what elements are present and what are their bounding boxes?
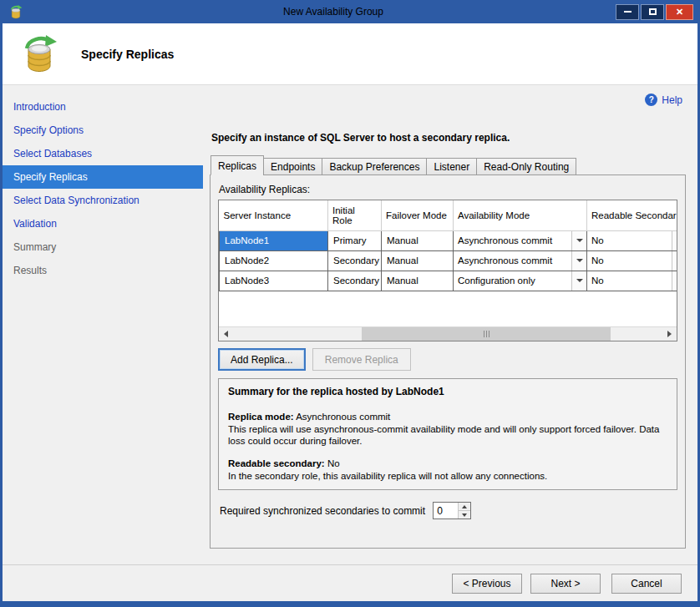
window-title: New Availability Group: [69, 6, 597, 18]
dropdown-button[interactable]: [672, 231, 677, 250]
scrollbar-track[interactable]: [233, 327, 662, 341]
scroll-right-button[interactable]: [662, 327, 677, 341]
cell-readable-secondary: No: [587, 271, 678, 291]
column-header-server-instance[interactable]: Server Instance: [220, 200, 328, 230]
dropdown-value: No: [587, 231, 672, 250]
readable-secondary-dropdown[interactable]: No: [587, 251, 677, 271]
scrollbar-grip: [489, 331, 489, 337]
tab-backup-preferences[interactable]: Backup Preferences: [322, 158, 427, 175]
table-row: LabNode1 Primary Manual Asynchronous com…: [220, 230, 678, 250]
chevron-down-icon: [576, 279, 583, 282]
scroll-right-icon: [667, 331, 672, 337]
availability-mode-dropdown[interactable]: Asynchronous commit: [454, 231, 586, 250]
maximize-button[interactable]: [641, 4, 664, 20]
cell-server-instance[interactable]: LabNode3: [220, 271, 328, 291]
dropdown-value: No: [587, 251, 672, 271]
cell-availability-mode: Configuration only: [454, 271, 587, 291]
cancel-button[interactable]: Cancel: [611, 574, 682, 594]
cell-readable-secondary: No: [587, 230, 678, 250]
next-button[interactable]: Next >: [530, 574, 601, 594]
dropdown-button[interactable]: [571, 271, 586, 291]
readable-secondary-description: In the secondary role, this availability…: [228, 470, 667, 483]
wizard-steps-sidebar: Introduction Specify Options Select Data…: [3, 85, 203, 564]
help-link[interactable]: ? Help: [645, 94, 682, 106]
sidebar-item-specify-options[interactable]: Specify Options: [3, 119, 203, 142]
cell-availability-mode: Asynchronous commit: [454, 250, 587, 271]
sidebar-item-results: Results: [3, 259, 203, 282]
app-icon: [8, 5, 23, 19]
required-secondaries-input[interactable]: [434, 503, 458, 518]
previous-button[interactable]: < Previous: [452, 574, 522, 594]
sidebar-item-select-databases[interactable]: Select Databases: [3, 142, 203, 165]
spinner-buttons: [458, 503, 470, 518]
cell-server-instance[interactable]: LabNode1: [220, 230, 328, 250]
availability-mode-dropdown[interactable]: Asynchronous commit: [454, 251, 586, 271]
summary-title: Summary for the replica hosted by LabNod…: [228, 386, 667, 399]
cell-failover-mode[interactable]: Manual: [382, 250, 454, 271]
replica-mode-value: Asynchronous commit: [296, 412, 390, 422]
spin-down-icon: [462, 513, 467, 517]
availability-mode-dropdown[interactable]: Configuration only: [454, 271, 586, 291]
availability-group-database-icon: [19, 35, 59, 73]
replica-summary-panel: Summary for the replica hosted by LabNod…: [218, 378, 677, 490]
cell-failover-mode[interactable]: Manual: [382, 230, 454, 250]
tab-read-only-routing[interactable]: Read-Only Routing: [476, 158, 576, 175]
close-button[interactable]: ✕: [666, 4, 693, 20]
sidebar-item-select-data-synchronization[interactable]: Select Data Synchronization: [3, 189, 203, 212]
titlebar: New Availability Group ✕: [3, 0, 697, 23]
dropdown-button[interactable]: [571, 251, 586, 271]
scroll-left-icon: [224, 331, 228, 337]
dropdown-value: Asynchronous commit: [454, 231, 571, 250]
dropdown-value: No: [587, 271, 672, 291]
availability-replicas-label: Availability Replicas:: [219, 184, 677, 195]
spin-up-button[interactable]: [459, 503, 470, 511]
column-header-readable-secondary[interactable]: Readable Secondar: [587, 200, 678, 230]
spin-down-button[interactable]: [459, 511, 470, 518]
column-header-failover-mode[interactable]: Failover Mode: [382, 200, 454, 230]
sidebar-item-validation[interactable]: Validation: [3, 212, 203, 235]
dropdown-value: Configuration only: [454, 271, 571, 291]
cell-initial-role[interactable]: Secondary: [328, 271, 382, 291]
table-row: LabNode2 Secondary Manual Asynchronous c…: [220, 250, 678, 271]
column-header-availability-mode[interactable]: Availability Mode: [454, 200, 587, 230]
scrollbar-thumb[interactable]: [362, 327, 611, 341]
horizontal-scrollbar[interactable]: [219, 326, 677, 341]
dropdown-button[interactable]: [672, 251, 677, 271]
minimize-button[interactable]: [616, 4, 639, 20]
dropdown-button[interactable]: [672, 271, 677, 291]
readable-secondary-dropdown[interactable]: No: [587, 271, 677, 291]
help-label: Help: [662, 94, 682, 106]
readable-secondary-dropdown[interactable]: No: [587, 231, 677, 250]
dropdown-button[interactable]: [571, 231, 586, 250]
new-availability-group-window: New Availability Group ✕ Specify Replica…: [0, 0, 700, 607]
cell-readable-secondary: No: [587, 250, 678, 271]
scrollbar-grip: [484, 331, 484, 337]
sidebar-item-introduction[interactable]: Introduction: [3, 95, 203, 119]
replica-buttons-row: Add Replica... Remove Replica: [218, 348, 677, 371]
tab-listener[interactable]: Listener: [426, 158, 477, 175]
readable-secondary-label: Readable secondary:: [228, 458, 325, 468]
chevron-down-icon: [677, 239, 678, 242]
tab-replicas[interactable]: Replicas: [211, 155, 264, 175]
column-header-initial-role[interactable]: Initial Role: [328, 200, 382, 230]
chevron-down-icon: [576, 259, 583, 262]
required-secondaries-row: Required synchronized secondaries to com…: [218, 502, 677, 519]
window-controls: ✕: [616, 4, 697, 20]
content-pane: ? Help Specify an instance of SQL Server…: [203, 85, 697, 564]
tab-endpoints[interactable]: Endpoints: [263, 158, 322, 175]
page-title: Specify Replicas: [81, 48, 174, 61]
replica-mode-block: Replica mode: Asynchronous commit This r…: [228, 411, 667, 448]
cell-initial-role[interactable]: Primary: [328, 230, 382, 250]
cell-failover-mode[interactable]: Manual: [382, 271, 454, 291]
replica-mode-description: This replica will use asynchronous-commi…: [228, 423, 667, 448]
add-replica-button[interactable]: Add Replica...: [218, 348, 306, 371]
cell-initial-role[interactable]: Secondary: [328, 250, 382, 271]
sidebar-item-specify-replicas[interactable]: Specify Replicas: [3, 165, 203, 189]
cell-availability-mode: Asynchronous commit: [454, 230, 587, 250]
cell-server-instance[interactable]: LabNode2: [220, 250, 328, 271]
tab-strip: Replicas Endpoints Backup Preferences Li…: [211, 155, 686, 175]
grid-header-row: Server Instance Initial Role Failover Mo…: [220, 200, 678, 230]
table-row: LabNode3 Secondary Manual Configuration …: [220, 271, 678, 291]
spin-up-icon: [462, 505, 467, 508]
scroll-left-button[interactable]: [219, 327, 233, 341]
